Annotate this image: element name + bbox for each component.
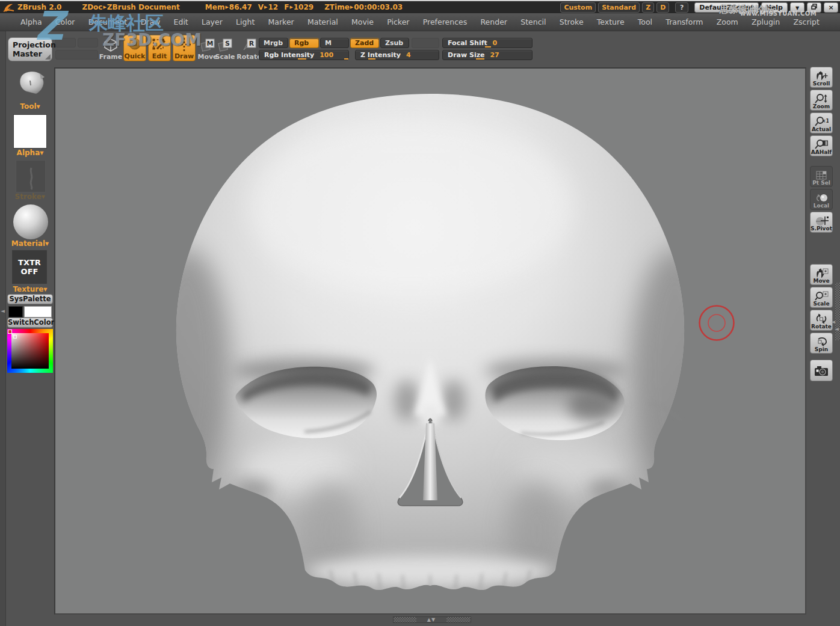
menu-item-marker[interactable]: Marker [268, 17, 294, 26]
main-color-swatch[interactable] [24, 306, 52, 318]
tray-collapse-arrow-icon[interactable]: ◄ [835, 326, 839, 332]
help-button[interactable]: Help [761, 2, 788, 13]
window-menu-button[interactable]: ▼ [790, 2, 804, 13]
zdoc-label[interactable]: ZDoc [82, 3, 102, 11]
snapshot-camera-button[interactable] [810, 360, 833, 381]
rgb-button[interactable]: Rgb [289, 38, 319, 48]
cube-wireframe-icon [103, 38, 119, 52]
material-preview[interactable] [13, 204, 48, 239]
menu-item-light[interactable]: Light [236, 17, 255, 26]
menu-item-alpha[interactable]: Alpha [20, 17, 42, 26]
draw-mode-button[interactable]: Draw [173, 35, 196, 61]
hue-marker[interactable] [8, 330, 12, 334]
scale-3d-button[interactable]: Scale [810, 287, 833, 308]
menu-item-movie[interactable]: Movie [351, 17, 374, 26]
rotate-3d-button[interactable]: Rotate [810, 310, 833, 331]
menu-item-stencil[interactable]: Stencil [520, 17, 546, 26]
edit-mode-button[interactable]: Edit [148, 35, 171, 61]
quick-mode-button[interactable]: Quick [123, 35, 146, 61]
skull-model[interactable] [55, 69, 805, 613]
standard-ui-button[interactable]: Standard [598, 2, 640, 13]
scroll-button-label: Scroll [813, 81, 830, 87]
menu-item-layer[interactable]: Layer [202, 17, 223, 26]
menu-item-texture[interactable]: Texture [597, 17, 625, 26]
s-pivot-button[interactable]: S.Pivot [810, 212, 833, 233]
tray-collapse-arrow-icon[interactable]: ◄ [1, 308, 5, 314]
svg-text:M: M [207, 40, 214, 48]
rotate-mode-button[interactable]: R Rotate [237, 36, 261, 61]
txtr-off-line2: OFF [21, 267, 39, 276]
default-zscript-button[interactable]: DefaultZScript [694, 2, 758, 13]
syspalette-button[interactable]: SysPalette [7, 294, 53, 304]
sv-marker[interactable] [13, 335, 17, 339]
stroke-preview-disabled [16, 160, 46, 192]
flag-arrow-icon: ▶ [264, 5, 267, 10]
m-button[interactable]: M [320, 38, 349, 48]
z-intensity-label: Z Intensity [360, 51, 401, 59]
menu-item-transform[interactable]: Transform [666, 17, 703, 26]
alpha-palette-label[interactable]: Alpha▼ [13, 149, 47, 157]
menu-item-picker[interactable]: Picker [387, 17, 409, 26]
scroll-up-icon[interactable]: ▲ [427, 617, 431, 622]
tray-collapse-arrow-icon[interactable]: ◄ [831, 319, 835, 325]
restore-icon [811, 4, 817, 10]
zsub-button[interactable]: Zsub [380, 38, 409, 48]
menu-item-stroke[interactable]: Stroke [560, 17, 584, 26]
menu-item-material[interactable]: Material [307, 17, 338, 26]
spin-button[interactable]: Spin [810, 333, 833, 354]
z-button[interactable]: Z [642, 2, 654, 13]
tool-preview[interactable] [13, 67, 47, 102]
texture-palette-label[interactable]: Texture▼ [7, 285, 53, 293]
menu-item-zoom[interactable]: Zoom [717, 17, 738, 26]
scale-mode-button[interactable]: S Scale [214, 36, 236, 61]
menu-item-document[interactable]: Document [88, 17, 128, 26]
menu-item-tool[interactable]: Tool [638, 17, 652, 26]
scroll-button[interactable]: Scroll [810, 67, 833, 88]
move-3d-button[interactable]: Move [810, 264, 833, 285]
canvas-horizontal-scrollbar[interactable]: ▲▼ [393, 616, 471, 623]
f-value: 1029 [294, 3, 313, 11]
magnifier-1x-icon: ×1 [814, 116, 829, 127]
menu-item-draw[interactable]: Draw [141, 17, 161, 26]
menu-item-preferences[interactable]: Preferences [423, 17, 468, 26]
ztime-value: 00:00:03.03 [354, 3, 403, 11]
color-picker-gradient[interactable] [11, 333, 49, 369]
menu-item-render[interactable]: Render [480, 17, 507, 26]
z-intensity-slider[interactable]: Z Intensity 4 [355, 50, 439, 60]
frame-label: Frame [99, 54, 123, 60]
zadd-button[interactable]: Zadd [350, 38, 379, 48]
window-close-button[interactable]: × [824, 2, 838, 13]
menu-item-zplugin[interactable]: Zplugin [752, 17, 780, 26]
window-restore-button[interactable] [807, 2, 821, 13]
zbrush-logo-icon [2, 2, 16, 13]
alpha-preview[interactable] [13, 114, 47, 149]
zoom-button[interactable]: Zoom [810, 90, 833, 111]
actual-button[interactable]: ×1 Actual [810, 112, 833, 133]
tool-palette-label[interactable]: Tool▼ [13, 102, 47, 111]
material-palette-label[interactable]: Material▼ [7, 239, 53, 248]
menu-item-edit[interactable]: Edit [174, 17, 188, 26]
scroll-down-icon[interactable]: ▼ [431, 617, 436, 622]
secondary-color-swatch[interactable] [8, 306, 23, 318]
marquee-pen-icon [152, 37, 167, 52]
help-question-button[interactable]: ? [675, 2, 688, 13]
menu-item-color[interactable]: Color [55, 17, 75, 26]
scrollbar-arrows[interactable]: ▲▼ [416, 617, 446, 622]
hotkey-underline [476, 58, 484, 60]
switchcolor-button[interactable]: SwitchColor [7, 318, 53, 328]
frame-button[interactable]: Frame [100, 36, 122, 61]
custom-ui-button[interactable]: Custom [560, 2, 596, 13]
material-label-text: Material [11, 239, 45, 248]
spin-button-label: Spin [815, 346, 828, 352]
aahalf-button[interactable]: AAHalf [810, 135, 833, 156]
menu-item-zscript[interactable]: Zscript [794, 17, 820, 26]
d-button[interactable]: D [656, 2, 669, 13]
document-canvas[interactable] [54, 67, 806, 615]
mrgb-button[interactable]: Mrgb [259, 38, 288, 48]
close-icon: × [828, 4, 833, 11]
left-tray-divider[interactable]: ◄ [0, 31, 6, 626]
flag-arrow-icon: ▶ [225, 5, 228, 10]
draw-size-slider[interactable]: Draw Size 27 [442, 50, 533, 60]
texture-preview[interactable]: TXTR OFF [12, 250, 47, 284]
s-badge-icon: S [217, 38, 233, 52]
